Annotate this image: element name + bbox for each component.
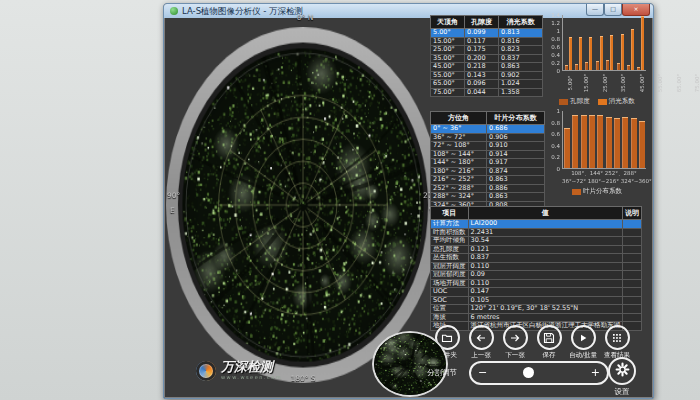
table-cell[interactable]: 0.910 (487, 142, 545, 151)
table-cell[interactable]: 5.00° (431, 29, 465, 38)
table-cell[interactable] (623, 237, 642, 246)
table-row[interactable]: 5.00°0.0990.813 (431, 29, 543, 38)
table-row[interactable]: 位置120° 21' 0.19"E, 30° 18' 52.55"N (431, 305, 642, 314)
table-row[interactable]: 252° ~ 288°0.886 (431, 184, 545, 193)
table-cell[interactable]: 0.816 (499, 37, 543, 46)
table-cell[interactable]: 2.2431 (468, 228, 623, 237)
table-cell[interactable]: 288° ~ 324° (431, 193, 487, 202)
table-cell[interactable]: SOC (431, 296, 469, 305)
table-cell[interactable] (623, 245, 642, 254)
settings-button[interactable] (608, 357, 636, 385)
table-row[interactable]: 288° ~ 324°0.863 (431, 193, 545, 202)
slider-plus-button[interactable]: + (591, 366, 600, 379)
table-row[interactable]: 36° ~ 72°0.906 (431, 133, 545, 142)
table-cell[interactable]: 丛生指数 (431, 254, 469, 263)
table-cell[interactable]: 0.813 (499, 29, 543, 38)
table-cell[interactable] (623, 296, 642, 305)
table-row[interactable]: 场地开阔度0.110 (431, 279, 642, 288)
table-cell[interactable]: 0.902 (499, 71, 543, 80)
table-row[interactable]: 丛生指数0.837 (431, 254, 642, 263)
column-header[interactable]: 天顶角 (431, 16, 465, 29)
column-header[interactable]: 值 (468, 207, 623, 220)
table-cell[interactable]: 0.874 (487, 167, 545, 176)
column-header[interactable]: 叶片分布系数 (487, 112, 545, 125)
table-row[interactable]: 45.00°0.2180.863 (431, 63, 543, 72)
table-row[interactable]: 总孔隙度0.121 (431, 245, 642, 254)
table-cell[interactable]: 15.00° (431, 37, 465, 46)
table-cell[interactable] (623, 228, 642, 237)
table-cell[interactable]: 计算方法 (431, 220, 469, 229)
table-cell[interactable]: 55.00° (431, 71, 465, 80)
table-cell[interactable]: 6 metres (468, 313, 623, 322)
table-cell[interactable]: 0.200 (465, 54, 499, 63)
table-row[interactable]: 75.00°0.0441.358 (431, 88, 543, 97)
table-cell[interactable]: 1.358 (499, 88, 543, 97)
view-results-button[interactable]: 查看结果 (601, 325, 633, 360)
table-row[interactable]: 65.00°0.0961.024 (431, 80, 543, 89)
table-row[interactable]: UOC0.147 (431, 288, 642, 297)
column-header[interactable]: 方位角 (431, 112, 487, 125)
table-row[interactable]: 15.00°0.1170.816 (431, 37, 543, 46)
table-cell[interactable]: 0.837 (499, 54, 543, 63)
segmentation-slider[interactable]: − + (469, 361, 609, 385)
column-header[interactable]: 孔隙度 (465, 16, 499, 29)
table-row[interactable]: 180° ~ 216°0.874 (431, 167, 545, 176)
table-cell[interactable]: 场地开阔度 (431, 279, 469, 288)
table-cell[interactable]: 216° ~ 252° (431, 176, 487, 185)
auto-batch-button[interactable]: 自动/批量 (567, 325, 599, 360)
table-cell[interactable]: 108° ~ 144° (431, 150, 487, 159)
table-cell[interactable]: 0.175 (465, 46, 499, 55)
table-cell[interactable]: 0.117 (465, 37, 499, 46)
table-row[interactable]: 计算方法LAI2000 (431, 220, 642, 229)
table-cell[interactable]: 0.863 (499, 63, 543, 72)
slider-minus-button[interactable]: − (478, 366, 487, 379)
table-cell[interactable]: 180° ~ 216° (431, 167, 487, 176)
table-cell[interactable]: 0.105 (468, 296, 623, 305)
table-cell[interactable] (623, 254, 642, 263)
table-cell[interactable]: 0.863 (487, 193, 545, 202)
table-row[interactable]: 冠层郁闭度0.09 (431, 271, 642, 280)
table-cell[interactable]: 0.906 (487, 133, 545, 142)
table-cell[interactable]: 252° ~ 288° (431, 184, 487, 193)
table-cell[interactable]: 0.837 (468, 254, 623, 263)
table-cell[interactable] (623, 271, 642, 280)
table-cell[interactable]: 0.686 (487, 125, 545, 134)
table-cell[interactable] (623, 220, 642, 229)
table-cell[interactable]: 冠层郁闭度 (431, 271, 469, 280)
table-row[interactable]: 海拔6 metres (431, 313, 642, 322)
table-cell[interactable]: 冠层开阔度 (431, 262, 469, 271)
table-row[interactable]: 216° ~ 252°0.863 (431, 176, 545, 185)
table-cell[interactable] (623, 288, 642, 297)
table-cell[interactable]: 0.823 (499, 46, 543, 55)
table-cell[interactable]: 0.218 (465, 63, 499, 72)
table-cell[interactable]: 0° ~ 36° (431, 125, 487, 134)
table-cell[interactable]: 30.54 (468, 237, 623, 246)
table-row[interactable]: 25.00°0.1750.823 (431, 46, 543, 55)
table-cell[interactable]: 0.121 (468, 245, 623, 254)
save-button[interactable]: 保存 (533, 325, 565, 360)
table-cell[interactable]: 1.024 (499, 80, 543, 89)
table-row[interactable]: 叶面积指数2.2431 (431, 228, 642, 237)
table-cell[interactable]: 总孔隙度 (431, 245, 469, 254)
table-cell[interactable]: 0.886 (487, 184, 545, 193)
table-cell[interactable]: 35.00° (431, 54, 465, 63)
table-cell[interactable]: 0.914 (487, 150, 545, 159)
canopy-fisheye-image[interactable] (166, 27, 440, 383)
table-cell[interactable]: 75.00° (431, 88, 465, 97)
table-cell[interactable]: 0.147 (468, 288, 623, 297)
table-cell[interactable]: 120° 21' 0.19"E, 30° 18' 52.55"N (468, 305, 623, 314)
table-row[interactable]: 冠层开阔度0.110 (431, 262, 642, 271)
column-header[interactable]: 消光系数 (499, 16, 543, 29)
table-cell[interactable]: 65.00° (431, 80, 465, 89)
table-row[interactable]: 108° ~ 144°0.914 (431, 150, 545, 159)
table-cell[interactable]: 0.044 (465, 88, 499, 97)
column-header[interactable]: 说明 (623, 207, 642, 220)
table-cell[interactable] (623, 313, 642, 322)
table-cell[interactable]: 平均叶倾角 (431, 237, 469, 246)
table-cell[interactable]: 0.099 (465, 29, 499, 38)
column-header[interactable]: 项目 (431, 207, 469, 220)
table-row[interactable]: SOC0.105 (431, 296, 642, 305)
table-cell[interactable]: 海拔 (431, 313, 469, 322)
table-cell[interactable]: 72° ~ 108° (431, 142, 487, 151)
table-cell[interactable]: 0.110 (468, 262, 623, 271)
